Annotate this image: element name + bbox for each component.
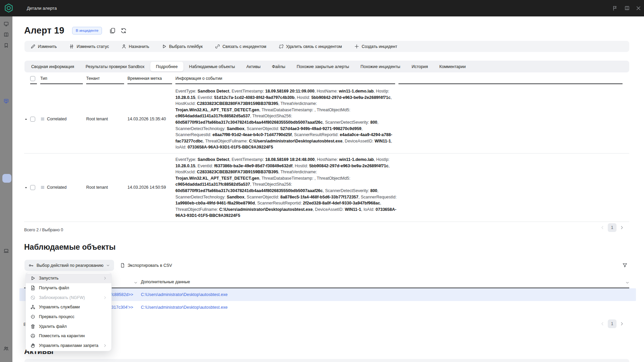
observed-pagination: 1 — [600, 319, 624, 328]
row-checkbox[interactable] — [30, 117, 35, 122]
page-title: Алерт 19 — [24, 25, 64, 36]
block-icon — [30, 295, 36, 300]
flag-icon[interactable] — [612, 5, 618, 11]
event-tenant: Root tenant — [86, 117, 127, 121]
link-incident-button[interactable]: Связать с инцидентом — [215, 44, 266, 49]
assign-button[interactable]: Назначить — [121, 44, 149, 49]
menu-item-manage-prohibition-rules[interactable]: Управлять правилами запрета — [26, 341, 111, 351]
key-icon — [29, 263, 34, 268]
chevron-down-icon — [106, 263, 110, 267]
collapse-caret-icon[interactable] — [24, 117, 28, 121]
menu-item-terminate-process[interactable]: Прервать процесс — [26, 312, 111, 322]
book-icon[interactable] — [624, 5, 630, 11]
file-export-icon — [120, 263, 125, 268]
action-toolbar: ИзменитьИзменить статусНазначитьВыбрать … — [24, 41, 629, 52]
export-csv-button[interactable]: Экспортировать в CSV — [120, 263, 172, 268]
events-table-body: CorrelatedRoot tenant14.03.2026 15:35:40… — [24, 85, 629, 222]
menu-item-manage-services[interactable]: Управлять службами — [26, 302, 111, 312]
column-extra — [398, 74, 623, 84]
change-status-button[interactable]: Изменить статус — [69, 44, 109, 49]
tab-similar-closed-alerts[interactable]: Похожие закрытые алерты — [291, 62, 355, 71]
create-incident-button[interactable]: Создать инцидент — [354, 44, 397, 49]
column-type[interactable]: Тип — [40, 74, 83, 84]
prev-page-icon[interactable] — [600, 225, 605, 230]
sliders-icon — [69, 44, 74, 49]
event-type: Correlated — [40, 185, 86, 190]
menu-item-run[interactable]: Запустить — [26, 274, 111, 283]
column-additional-data[interactable]: Дополнительные данные — [141, 280, 190, 284]
chevron-down-icon[interactable] — [133, 281, 138, 285]
status-badge: В инциденте — [72, 27, 102, 35]
alert-title-row: Алерт 19 В инциденте — [24, 24, 127, 37]
tab-comments[interactable]: Комментарии — [434, 62, 472, 71]
next-page-icon[interactable] — [620, 321, 624, 326]
correlated-type-icon — [40, 185, 45, 190]
copy-icon[interactable] — [109, 27, 116, 34]
events-table-header: Тип Тенант Временная метка Информация о … — [24, 74, 629, 84]
tab-assets[interactable]: Активы — [241, 62, 266, 71]
sidebar-monitor-icon[interactable] — [3, 21, 9, 27]
refresh-icon[interactable] — [120, 27, 127, 34]
sidebar-active-item[interactable] — [2, 174, 11, 183]
person-icon — [121, 44, 126, 49]
tab-details[interactable]: Подробнее — [150, 62, 183, 71]
events-summary: Всего 2 / Выбрано 0 — [24, 228, 63, 232]
edit-button[interactable]: Изменить — [31, 44, 57, 49]
event-timestamp: 14.03.2026 14:50:59 — [127, 185, 175, 190]
select-all-checkbox[interactable] — [30, 76, 35, 81]
additional-data-link[interactable]: C:\Users\administrator\Desktop\autosbtes… — [141, 288, 227, 301]
column-tenant[interactable]: Тенант — [86, 74, 124, 84]
tab-history[interactable]: История — [406, 62, 433, 71]
app-logo-icon — [4, 3, 14, 13]
tabs-bar: Сводная информацияРезультаты проверки Sa… — [24, 61, 629, 72]
page-number[interactable]: 1 — [608, 319, 616, 328]
choose-playbook-button[interactable]: Выбрать плейбук — [162, 44, 203, 49]
chevron-down-icon[interactable] — [625, 281, 630, 285]
observed-table-header: Дополнительные данные — [24, 279, 629, 288]
row-checkbox[interactable] — [30, 185, 35, 190]
sidebar-bookmark-icon[interactable] — [3, 43, 9, 48]
menu-item-quarantine[interactable]: Поместить на карантин — [26, 331, 111, 341]
tab-observed-objects[interactable]: Наблюдаемые объекты — [183, 62, 241, 71]
menu-item-block-ngfw[interactable]: Заблокировать (NGFW) — [26, 293, 111, 302]
menu-item-get-file[interactable]: Получить файл — [26, 283, 111, 293]
column-timestamp[interactable]: Временная метка — [127, 74, 172, 84]
response-actions-button[interactable]: Выбор действий по реагированию — [24, 260, 114, 271]
tab-summary[interactable]: Сводная информация — [25, 62, 80, 71]
close-icon[interactable] — [636, 5, 641, 11]
sidebar-laptop-icon[interactable] — [3, 248, 9, 254]
event-timestamp: 14.03.2026 15:35:40 — [127, 117, 175, 121]
response-actions-menu: ЗапуститьПолучить файлЗаблокировать (NGF… — [25, 272, 112, 351]
event-row: CorrelatedRoot tenant14.03.2026 14:50:59… — [24, 154, 629, 222]
submenu-chevron-icon — [103, 344, 107, 348]
page-number[interactable]: 1 — [608, 223, 616, 232]
dialog-title: Детали алерта — [27, 0, 57, 16]
pencil-icon — [31, 44, 36, 49]
filter-funnel-icon[interactable] — [622, 262, 628, 268]
next-page-icon[interactable] — [620, 225, 624, 230]
sidebar-monitor-pulse-icon[interactable] — [3, 98, 9, 104]
additional-data-link[interactable]: C:\Users\administrator\Desktop\autosbtes… — [141, 301, 227, 314]
events-pagination: 1 — [600, 223, 624, 232]
tab-sandbox-results[interactable]: Результаты проверки Sandbox — [80, 62, 150, 71]
submenu-chevron-icon — [103, 276, 107, 280]
trash-icon — [30, 324, 36, 329]
collapse-caret-icon[interactable] — [24, 186, 28, 189]
observed-row[interactable]: a317c304'>> C:\Users\administrator\Deskt… — [19, 301, 636, 314]
prev-page-icon[interactable] — [600, 321, 605, 326]
tab-files[interactable]: Файлы — [266, 62, 291, 71]
event-info: EventType: Sandbox Detect, EventTimestam… — [175, 85, 398, 153]
menu-item-delete-file[interactable]: Удалить файл — [26, 321, 111, 331]
unlink-incident-button[interactable]: Удалить связь с инцидентом — [279, 44, 342, 49]
column-event-info[interactable]: Информация о событии — [175, 74, 395, 84]
submenu-chevron-icon — [103, 296, 107, 300]
tab-similar-incidents[interactable]: Похожие инциденты — [355, 62, 406, 71]
dialog-body: Алерт 19 В инциденте ИзменитьИзменить ст… — [12, 16, 644, 362]
observed-actions-row: Выбор действий по реагированию Экспортир… — [24, 260, 629, 271]
sidebar-book-icon[interactable] — [3, 32, 9, 38]
sidebar-users-icon[interactable] — [3, 346, 9, 351]
assets-toolbar — [24, 359, 629, 362]
dimmed-sidebar — [0, 16, 12, 362]
observed-row[interactable]: fc88582d>> C:\Users\administrator\Deskto… — [19, 288, 636, 301]
plus-icon — [354, 44, 359, 49]
